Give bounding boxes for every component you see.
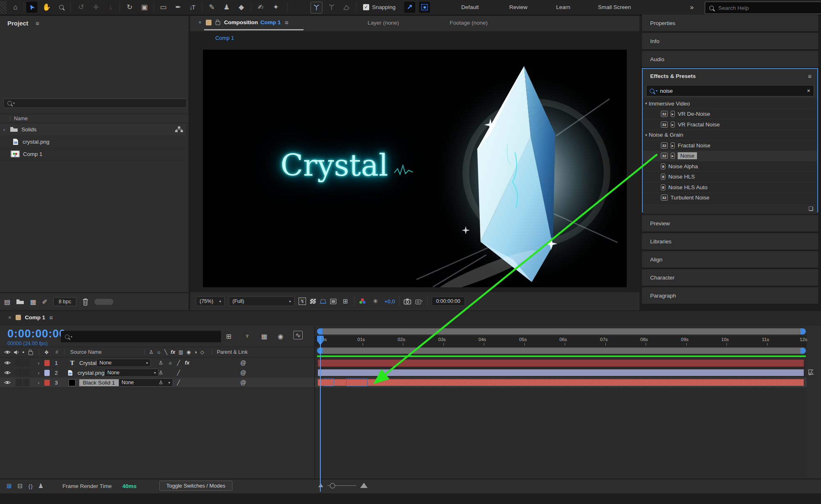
project-item-solids[interactable]: › Solids <box>0 123 186 136</box>
brush-tool-icon[interactable]: ✎ <box>206 2 217 13</box>
close-icon[interactable]: × <box>198 19 202 25</box>
layer-bar-crystal[interactable] <box>318 360 804 367</box>
selection-tool-icon[interactable]: ➤ <box>26 2 37 13</box>
layer-row-crystal-png[interactable]: › 2 crystal.png ♙ ╱ @ None ▾ <box>0 368 314 378</box>
clear-search-icon[interactable]: × <box>807 87 810 94</box>
shy-switch[interactable]: ♙ <box>159 360 163 366</box>
zoom-out-mountain-icon[interactable] <box>318 483 323 487</box>
layer-row-crystal[interactable]: › 1 T Crystal ♙ ☼ ╱ fx @ None ▾ <box>0 358 314 368</box>
layer-number-column[interactable]: # <box>55 349 58 355</box>
zoom-tool-icon[interactable] <box>56 2 67 13</box>
snap-to-features-icon[interactable] <box>419 2 430 13</box>
tab-composition-name[interactable]: Comp 1 <box>260 19 281 25</box>
project-item-comp-1[interactable]: Comp 1 <box>0 148 186 160</box>
workspace-tab-default[interactable]: Default <box>461 4 479 10</box>
workspace-tab-learn[interactable]: Learn <box>556 4 570 10</box>
zoom-in-mountain-icon[interactable] <box>360 483 368 488</box>
eye-icon[interactable] <box>4 360 11 365</box>
comp-subtab[interactable]: Comp 1 <box>204 32 245 44</box>
effect-item-noise[interactable]: 32 ▸ Noise <box>643 151 817 162</box>
lock-cell[interactable] <box>23 359 30 367</box>
collapse-column-icon[interactable]: ☼ <box>156 349 161 355</box>
label-color-chip[interactable] <box>44 360 50 366</box>
clone-stamp-tool-icon[interactable]: ♟ <box>221 2 232 13</box>
transfer-controls-pane-icon[interactable]: ⊟ <box>18 482 23 490</box>
quality-switch[interactable]: ╱ <box>177 370 180 376</box>
parent-dropdown[interactable]: None ▾ <box>97 359 151 367</box>
effect-item-vr-de-noise[interactable]: 32 ▸ VR De-Noise <box>643 109 817 120</box>
keyframe-region-box[interactable] <box>346 378 368 386</box>
3d-column-icon[interactable]: ◇ <box>200 349 204 355</box>
interpret-footage-icon[interactable]: ▤ <box>4 298 10 306</box>
label-column-icon[interactable]: ❖ <box>44 349 49 355</box>
panel-header-align[interactable]: Align <box>642 251 818 268</box>
quality-column-icon[interactable]: ╲ <box>164 349 167 355</box>
timeline-tab-comp-1[interactable]: Comp 1 <box>25 314 46 321</box>
lock-cell[interactable] <box>23 369 30 376</box>
expander-icon[interactable]: › <box>3 126 5 133</box>
effect-item-noise-hls[interactable]: 8 Noise HLS <box>643 172 817 183</box>
snapping-checkbox[interactable]: ✓ <box>363 4 369 10</box>
quality-switch[interactable]: ╱ <box>177 360 180 366</box>
project-settings-icon[interactable]: ✐ <box>42 298 47 306</box>
lock-cell[interactable] <box>23 379 30 386</box>
name-column-header[interactable]: Name <box>14 116 28 121</box>
label-color-chip[interactable] <box>44 370 50 376</box>
exposure-value[interactable]: +0,0 <box>384 298 395 305</box>
grid-guides-icon[interactable]: ⊞ <box>340 298 350 305</box>
fast-preview-icon[interactable]: ↯ <box>299 298 306 305</box>
effects-search-input[interactable] <box>659 87 805 94</box>
audio-cell[interactable] <box>16 369 22 376</box>
effects-group-noise-grain[interactable]: ▾ Noise & Grain <box>643 130 817 141</box>
timeline-navigator-bar[interactable] <box>317 328 806 334</box>
preview-timecode[interactable]: 0:00:00:00 <box>432 297 465 306</box>
bit-depth-button[interactable]: 8 bpc <box>53 297 77 306</box>
eye-icon[interactable] <box>4 380 11 385</box>
world-axis-mode-icon[interactable] <box>326 2 337 13</box>
view-axis-mode-icon[interactable] <box>341 2 352 13</box>
tab-footage[interactable]: Footage (none) <box>450 20 488 26</box>
camera-tool-icon[interactable]: ▣ <box>139 2 150 13</box>
parent-dropdown[interactable]: None ▾ <box>119 378 173 387</box>
composition-mini-flowchart-icon[interactable]: ⊞ <box>226 332 231 340</box>
panel-header-paragraph[interactable]: Paragraph <box>642 287 818 305</box>
pan-camera-tool-icon[interactable]: ✛ <box>90 2 101 13</box>
workspace-overflow-chevron[interactable]: » <box>690 4 694 11</box>
type-tool-icon[interactable]: ↓T <box>186 2 198 13</box>
current-time-display[interactable]: 0:00:00:00 <box>7 328 66 340</box>
layer-name[interactable]: crystal.png <box>78 370 104 376</box>
audio-cell[interactable] <box>16 359 22 367</box>
effect-item-turbulent-noise[interactable]: 32 Turbulent Noise <box>643 193 817 204</box>
panel-header-properties[interactable]: Properties <box>642 15 818 32</box>
label-color-chip[interactable] <box>44 380 50 386</box>
lock-icon[interactable] <box>28 351 33 355</box>
expander-icon[interactable]: › <box>38 380 39 386</box>
effect-item-noise-alpha[interactable]: 8 Noise Alpha <box>643 161 817 172</box>
panel-menu-icon[interactable]: ≡ <box>285 19 289 26</box>
layer-bar-crystal-png[interactable] <box>318 369 804 376</box>
comp-flowchart-button-icon[interactable] <box>807 369 815 376</box>
panel-header-preview[interactable]: Preview <box>642 215 818 232</box>
layer-name[interactable]: Crystal <box>79 360 97 366</box>
exposure-icon[interactable]: ✳ <box>370 298 380 305</box>
effect-item-noise-hls-auto[interactable]: 8 Noise HLS Auto <box>643 182 817 193</box>
frame-blending-icon[interactable]: ▦ <box>261 332 267 340</box>
composition-canvas[interactable]: Crystal <box>203 50 627 287</box>
effects-search-field[interactable]: ▾ × <box>646 85 814 96</box>
audio-cell[interactable] <box>16 379 22 386</box>
panel-header-audio[interactable]: Audio <box>642 51 818 68</box>
layer-name-selected[interactable]: Black Solid 1 <box>79 379 119 386</box>
eye-icon[interactable] <box>4 350 11 355</box>
speaker-icon[interactable] <box>14 350 19 355</box>
layer-row-black-solid-1[interactable]: › 3 Black Solid 1 ♙ ╱ @ None ▾ <box>0 378 314 388</box>
project-search-field[interactable]: ▾ <box>3 99 187 108</box>
shy-switch[interactable]: ♙ <box>159 370 163 376</box>
quality-switch[interactable]: ╱ <box>177 380 180 385</box>
playhead-line[interactable] <box>320 336 321 492</box>
new-composition-icon[interactable]: ▦ <box>30 298 36 306</box>
eraser-tool-icon[interactable]: ◆ <box>236 2 247 13</box>
puppet-pin-tool-icon[interactable]: ✦ <box>270 2 281 13</box>
collapse-switch[interactable]: ☼ <box>168 360 172 366</box>
tab-layer[interactable]: Layer (none) <box>368 20 399 26</box>
magnification-dropdown[interactable]: (75%)▾ <box>196 296 225 306</box>
